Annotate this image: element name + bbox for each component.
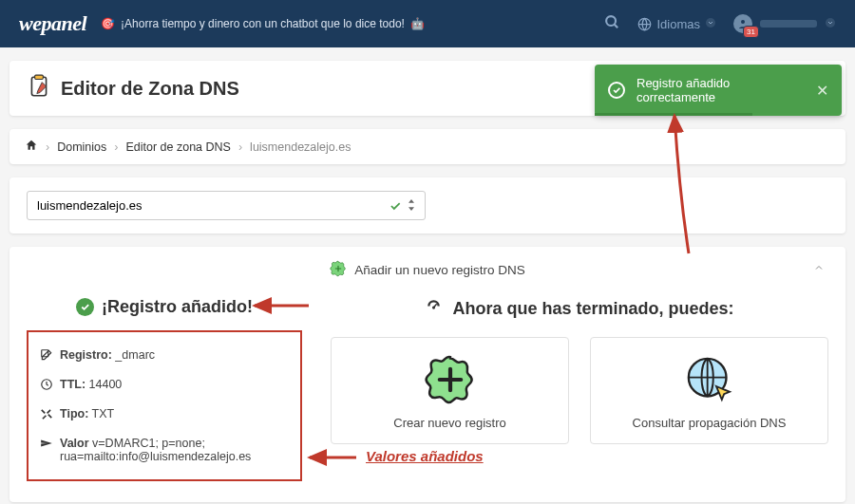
breadcrumb-sep: ›: [46, 140, 49, 154]
page-title: Editor de Zona DNS: [61, 78, 239, 100]
record-added-column: ¡Registro añadido! Registro: _dmarc TTL:…: [27, 297, 302, 481]
add-flower-icon: [330, 260, 347, 280]
main-card: Añadir un nuevo registro DNS ¡Registro a…: [10, 247, 846, 502]
consult-propagation-label: Consultar propagación DNS: [600, 416, 818, 430]
user-name-blurred: [760, 20, 817, 28]
domain-select-value: luismendezalejo.es: [37, 198, 142, 213]
clock-icon: [40, 378, 53, 394]
create-new-record-card[interactable]: Crear nuevo registro: [331, 337, 569, 444]
now-what-column: Ahora que has terminado, puedes: Crear n…: [331, 297, 828, 481]
add-record-label: Añadir un nuevo registro DNS: [354, 263, 524, 277]
svg-rect-8: [42, 350, 48, 357]
svg-point-3: [706, 18, 715, 28]
chevron-down-icon: [825, 17, 836, 31]
svg-line-1: [615, 25, 618, 28]
promo-banner[interactable]: 🎯 ¡Ahorra tiempo y dinero con un chatbot…: [101, 17, 425, 30]
check-icon: [389, 199, 402, 213]
valor-value: v=DMARC1; p=none; rua=mailto:info@luisme…: [60, 437, 251, 463]
success-title: ¡Registro añadido!: [27, 297, 302, 317]
tools-icon: [40, 407, 53, 423]
home-icon[interactable]: [25, 139, 38, 155]
breadcrumb: › Dominios › Editor de zona DNS › luisme…: [10, 129, 846, 164]
ttl-value: 14400: [89, 378, 123, 391]
robot-icon: 🤖: [410, 17, 425, 30]
record-details-box: Registro: _dmarc TTL: 14400 Tipo: TXT Va…: [27, 330, 302, 481]
breadcrumb-sep: ›: [114, 140, 118, 154]
breadcrumb-sep: ›: [238, 140, 242, 154]
tipo-value: TXT: [92, 407, 115, 420]
toast-progress: [595, 113, 752, 116]
promo-text: ¡Ahorra tiempo y dinero con un chatbot q…: [121, 17, 405, 30]
topbar: wepanel 🎯 ¡Ahorra tiempo y dinero con un…: [0, 0, 855, 47]
logo: wepanel: [19, 11, 86, 36]
search-icon[interactable]: [604, 14, 620, 33]
breadcrumb-current: luismendezalejo.es: [250, 140, 351, 154]
ttl-label: TTL:: [60, 378, 86, 391]
gauge-icon: [425, 297, 443, 320]
add-flower-icon: [341, 351, 559, 408]
success-title-text: ¡Registro añadido!: [102, 297, 253, 317]
language-selector[interactable]: Idiomas: [637, 17, 716, 31]
valor-label: Valor: [60, 437, 89, 450]
svg-rect-7: [35, 75, 44, 79]
plane-icon: [40, 437, 53, 453]
domain-select-card: luismendezalejo.es: [10, 177, 846, 233]
registro-value: _dmarc: [115, 348, 155, 362]
svg-point-0: [607, 16, 617, 26]
create-record-label: Crear nuevo registro: [341, 416, 559, 430]
globe-icon: [637, 17, 652, 31]
toast-text: Registro añadido correctamente: [636, 76, 805, 104]
chevron-down-icon: [705, 17, 716, 31]
domain-select[interactable]: luismendezalejo.es: [27, 191, 426, 220]
user-menu[interactable]: 31: [733, 14, 836, 33]
svg-point-4: [741, 20, 745, 24]
breadcrumb-editor[interactable]: Editor de zona DNS: [125, 140, 230, 154]
collapse-icon[interactable]: [813, 262, 825, 276]
check-icon: [76, 298, 94, 316]
add-record-header: Añadir un nuevo registro DNS: [27, 260, 828, 280]
svg-point-5: [826, 18, 835, 28]
sort-icon: [408, 199, 415, 213]
edit-icon: [40, 348, 53, 364]
success-toast: Registro añadido correctamente ✕: [595, 65, 842, 116]
breadcrumb-dominios[interactable]: Dominios: [57, 140, 106, 154]
check-icon: [608, 82, 625, 99]
globe-cursor-icon: [600, 351, 818, 408]
language-label: Idiomas: [656, 17, 700, 31]
target-icon: 🎯: [101, 17, 115, 30]
consult-propagation-card[interactable]: Consultar propagación DNS: [590, 337, 828, 444]
notification-badge: 31: [743, 26, 759, 38]
tipo-label: Tipo:: [60, 407, 88, 420]
close-icon[interactable]: ✕: [816, 82, 828, 100]
now-title-text: Ahora que has terminado, puedes:: [452, 299, 733, 319]
clipboard-icon: [27, 74, 51, 103]
now-title: Ahora que has terminado, puedes:: [331, 297, 828, 320]
registro-label: Registro:: [60, 348, 112, 362]
